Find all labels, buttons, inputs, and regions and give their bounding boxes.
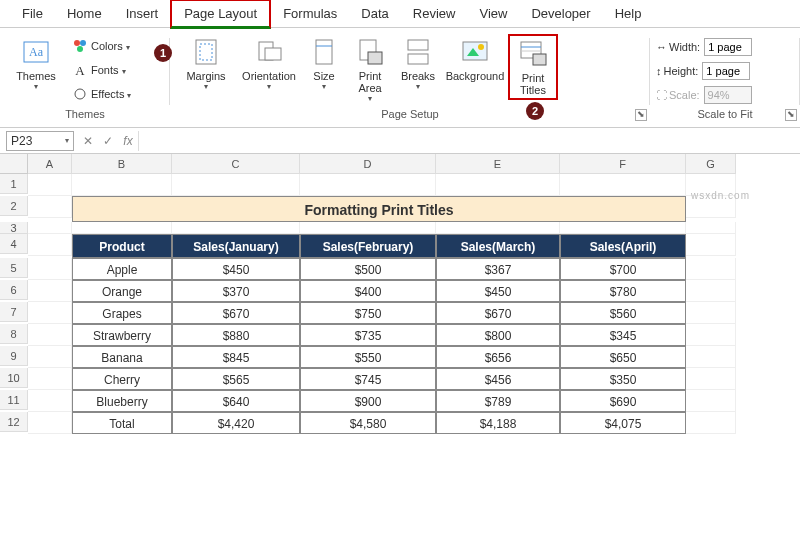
col-head-g[interactable]: G — [686, 154, 736, 174]
cell[interactable] — [28, 196, 72, 218]
tab-help[interactable]: Help — [603, 1, 654, 26]
table-cell[interactable]: $550 — [300, 346, 436, 368]
print-area-button[interactable]: Print Area — [346, 34, 394, 105]
cell[interactable] — [28, 280, 72, 302]
table-cell[interactable]: Blueberry — [72, 390, 172, 412]
col-head-f[interactable]: F — [560, 154, 686, 174]
cell[interactable] — [28, 390, 72, 412]
table-cell[interactable]: $690 — [560, 390, 686, 412]
page-setup-launcher[interactable]: ⬊ — [635, 109, 647, 121]
table-cell[interactable]: $670 — [436, 302, 560, 324]
table-cell[interactable]: $350 — [560, 368, 686, 390]
enter-icon[interactable]: ✓ — [98, 134, 118, 148]
cell[interactable] — [28, 412, 72, 434]
table-cell[interactable]: $4,580 — [300, 412, 436, 434]
table-cell[interactable]: $845 — [172, 346, 300, 368]
cell[interactable] — [28, 174, 72, 196]
table-header[interactable]: Product — [72, 234, 172, 258]
formula-input[interactable] — [138, 131, 800, 151]
tab-formulas[interactable]: Formulas — [271, 1, 349, 26]
tab-file[interactable]: File — [10, 1, 55, 26]
margins-button[interactable]: Margins — [176, 34, 236, 93]
cell[interactable] — [686, 302, 736, 324]
row-head[interactable]: 5 — [0, 258, 28, 278]
table-cell[interactable]: $560 — [560, 302, 686, 324]
cell[interactable] — [28, 302, 72, 324]
table-cell[interactable]: $880 — [172, 324, 300, 346]
row-head[interactable]: 9 — [0, 346, 28, 366]
cell[interactable] — [686, 346, 736, 368]
cell[interactable] — [172, 174, 300, 196]
fonts-button[interactable]: A Fonts — [68, 60, 135, 80]
cell[interactable] — [28, 324, 72, 346]
table-cell[interactable]: $789 — [436, 390, 560, 412]
cell[interactable] — [28, 258, 72, 280]
table-cell[interactable]: Banana — [72, 346, 172, 368]
cell[interactable] — [686, 324, 736, 346]
tab-view[interactable]: View — [467, 1, 519, 26]
height-input[interactable] — [702, 62, 750, 80]
background-button[interactable]: Background — [442, 34, 508, 84]
colors-button[interactable]: Colors — [68, 36, 135, 56]
breaks-button[interactable]: Breaks — [394, 34, 442, 93]
table-cell[interactable]: $400 — [300, 280, 436, 302]
table-header[interactable]: Sales(March) — [436, 234, 560, 258]
cell[interactable] — [686, 412, 736, 434]
table-cell[interactable]: $656 — [436, 346, 560, 368]
row-head[interactable]: 8 — [0, 324, 28, 344]
cell[interactable] — [686, 222, 736, 234]
cell[interactable] — [686, 280, 736, 302]
print-titles-button[interactable]: Print Titles 2 — [508, 34, 558, 100]
row-head[interactable]: 6 — [0, 280, 28, 300]
cell[interactable] — [28, 346, 72, 368]
effects-button[interactable]: Effects — [68, 84, 135, 104]
col-head-d[interactable]: D — [300, 154, 436, 174]
tab-developer[interactable]: Developer — [519, 1, 602, 26]
row-head[interactable]: 1 — [0, 174, 28, 194]
cell[interactable] — [686, 234, 736, 256]
row-head[interactable]: 3 — [0, 222, 28, 234]
row-head[interactable]: 2 — [0, 196, 28, 216]
cell[interactable] — [300, 174, 436, 196]
table-cell[interactable]: $900 — [300, 390, 436, 412]
cell[interactable] — [686, 390, 736, 412]
table-cell[interactable]: $4,075 — [560, 412, 686, 434]
col-head-a[interactable]: A — [28, 154, 72, 174]
cell[interactable] — [28, 234, 72, 256]
themes-button[interactable]: Aa Themes — [6, 34, 66, 93]
table-cell[interactable]: $800 — [436, 324, 560, 346]
cell[interactable] — [72, 174, 172, 196]
table-cell[interactable]: Orange — [72, 280, 172, 302]
table-cell[interactable]: $735 — [300, 324, 436, 346]
col-head-b[interactable]: B — [72, 154, 172, 174]
table-cell[interactable]: $650 — [560, 346, 686, 368]
name-box[interactable]: P23 ▾ — [6, 131, 74, 151]
row-head[interactable]: 10 — [0, 368, 28, 388]
table-cell[interactable]: $780 — [560, 280, 686, 302]
cell[interactable] — [686, 258, 736, 280]
width-input[interactable] — [704, 38, 752, 56]
table-cell[interactable]: $500 — [300, 258, 436, 280]
table-cell[interactable]: $745 — [300, 368, 436, 390]
cell[interactable] — [28, 222, 72, 234]
table-cell[interactable]: Apple — [72, 258, 172, 280]
table-cell[interactable]: Total — [72, 412, 172, 434]
cancel-icon[interactable]: ✕ — [78, 134, 98, 148]
tab-insert[interactable]: Insert — [114, 1, 171, 26]
table-header[interactable]: Sales(February) — [300, 234, 436, 258]
table-header[interactable]: Sales(January) — [172, 234, 300, 258]
table-cell[interactable]: $700 — [560, 258, 686, 280]
cell[interactable] — [560, 222, 686, 234]
row-head[interactable]: 12 — [0, 412, 28, 432]
table-cell[interactable]: $367 — [436, 258, 560, 280]
row-head[interactable]: 7 — [0, 302, 28, 322]
table-cell[interactable]: Strawberry — [72, 324, 172, 346]
cell[interactable] — [72, 222, 172, 234]
col-head-e[interactable]: E — [436, 154, 560, 174]
cell[interactable] — [560, 174, 686, 196]
table-cell[interactable]: $640 — [172, 390, 300, 412]
table-cell[interactable]: Cherry — [72, 368, 172, 390]
table-cell[interactable]: $370 — [172, 280, 300, 302]
cell[interactable] — [172, 222, 300, 234]
table-cell[interactable]: $670 — [172, 302, 300, 324]
